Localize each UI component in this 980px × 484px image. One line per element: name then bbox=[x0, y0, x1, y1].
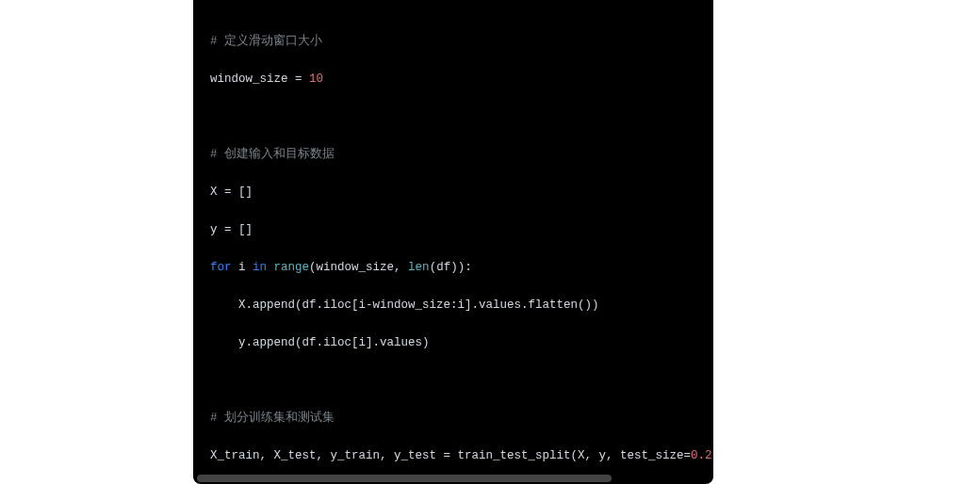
code-token: (df)): bbox=[430, 261, 472, 274]
code-keyword: in bbox=[253, 261, 267, 274]
code-token: y bbox=[210, 223, 218, 236]
code-content[interactable]: # 定义滑动窗口大小 window_size = 10 # 创建输入和目标数据 … bbox=[193, 0, 713, 484]
code-keyword: for bbox=[210, 261, 232, 274]
code-token: X.append(df.iloc[i-window_size:i].values… bbox=[210, 298, 599, 312]
code-token bbox=[267, 261, 274, 274]
code-comment: # 创建输入和目标数据 bbox=[210, 148, 335, 161]
code-token: X bbox=[210, 186, 218, 199]
code-token: = [] bbox=[218, 223, 253, 236]
code-token: y.append(df.iloc[i].values) bbox=[210, 336, 430, 349]
code-token: = [] bbox=[218, 186, 253, 199]
code-number: 0.2 bbox=[691, 449, 712, 462]
code-comment: # 划分训练集和测试集 bbox=[210, 411, 335, 425]
code-builtin: range bbox=[274, 261, 310, 274]
horizontal-scrollbar[interactable] bbox=[197, 475, 612, 482]
code-token: , ran bbox=[712, 449, 713, 462]
code-token: window_size bbox=[210, 73, 288, 86]
code-comment: # 定义滑动窗口大小 bbox=[210, 35, 322, 48]
code-token: (window_size, bbox=[309, 261, 408, 274]
code-number: 10 bbox=[309, 73, 323, 86]
code-builtin: len bbox=[408, 261, 430, 274]
code-token: i bbox=[232, 261, 253, 274]
code-token: = bbox=[288, 73, 310, 86]
code-block: # 定义滑动窗口大小 window_size = 10 # 创建输入和目标数据 … bbox=[193, 0, 713, 484]
code-token: X_train, X_test, y_train, y_test = train… bbox=[210, 449, 691, 462]
